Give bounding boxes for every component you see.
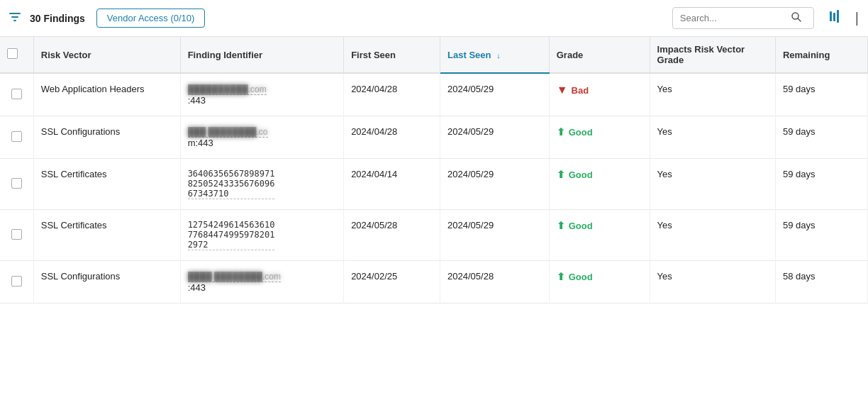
svg-rect-4 xyxy=(837,10,839,23)
select-all-checkbox[interactable] xyxy=(7,48,18,59)
row-checkbox-cell xyxy=(0,210,33,261)
header-checkbox-cell xyxy=(0,37,33,73)
row-remaining: 59 days xyxy=(775,210,867,261)
row-checkbox[interactable] xyxy=(11,178,22,189)
grade-label: Good xyxy=(569,221,593,231)
filter-icon[interactable] xyxy=(9,11,21,26)
header-grade[interactable]: Grade xyxy=(549,37,650,73)
row-checkbox[interactable] xyxy=(11,229,22,240)
grade-good: ⬆Good xyxy=(557,271,642,282)
toolbar: 30 Findings Vendor Access (0/10) | xyxy=(0,0,868,37)
good-grade-icon: ⬆ xyxy=(557,126,565,138)
row-first-seen: 2024/02/25 xyxy=(344,261,440,304)
row-first-seen: 2024/04/28 xyxy=(344,73,440,116)
finding-id-mono: 12754249614563610776844749959782012972 xyxy=(188,220,275,250)
header-impacts-risk-vector-grade[interactable]: Impacts Risk Vector Grade xyxy=(650,37,775,73)
row-grade: ⬆Good xyxy=(549,210,650,261)
search-icon[interactable] xyxy=(791,11,802,25)
row-remaining: 59 days xyxy=(775,73,867,116)
row-checkbox-cell xyxy=(0,261,33,304)
bad-grade-icon: ▼ xyxy=(557,84,568,96)
row-finding-identifier: 3640635656789897182505243335676096673437… xyxy=(180,159,344,210)
findings-table: Risk Vector Finding Identifier First See… xyxy=(0,37,868,304)
finding-id-mono: 3640635656789897182505243335676096673437… xyxy=(188,169,275,199)
header-risk-vector[interactable]: Risk Vector xyxy=(33,37,180,73)
row-grade: ▼Bad xyxy=(549,73,650,116)
row-grade: ⬆Good xyxy=(549,261,650,304)
sort-arrow-icon: ↓ xyxy=(496,51,501,60)
row-finding-identifier: 12754249614563610776844749959782012972 xyxy=(180,210,344,261)
row-impacts-risk-vector-grade: Yes xyxy=(650,73,775,116)
row-impacts-risk-vector-grade: Yes xyxy=(650,261,775,304)
row-impacts-risk-vector-grade: Yes xyxy=(650,210,775,261)
findings-count-label: 30 Findings xyxy=(30,13,85,24)
good-grade-icon: ⬆ xyxy=(557,220,565,231)
findings-table-container: Risk Vector Finding Identifier First See… xyxy=(0,37,868,304)
search-box xyxy=(672,7,814,29)
finding-id-suffix: :443 xyxy=(188,95,206,106)
row-checkbox[interactable] xyxy=(11,131,22,142)
vendor-access-button[interactable]: Vendor Access (0/10) xyxy=(96,9,206,28)
row-grade: ⬆Good xyxy=(549,116,650,159)
grade-good: ⬆Good xyxy=(557,169,642,180)
row-checkbox-cell xyxy=(0,116,33,159)
grade-good: ⬆Good xyxy=(557,220,642,231)
grade-label: Good xyxy=(569,127,593,138)
row-last-seen: 2024/05/28 xyxy=(440,261,550,304)
grade-good: ⬆Good xyxy=(557,126,642,138)
table-row: SSL Configurations████ ████████.com:4432… xyxy=(0,261,868,304)
row-checkbox-cell xyxy=(0,73,33,116)
header-last-seen[interactable]: Last Seen ↓ xyxy=(440,37,550,73)
svg-line-1 xyxy=(798,18,801,21)
row-remaining: 59 days xyxy=(775,116,867,159)
finding-id-suffix: :443 xyxy=(188,282,206,293)
row-risk-vector: SSL Configurations xyxy=(33,116,180,159)
table-row: SSL Certificates364063565678989718250524… xyxy=(0,159,868,210)
row-risk-vector: Web Application Headers xyxy=(33,73,180,116)
search-input[interactable] xyxy=(680,13,786,23)
grade-label: Bad xyxy=(572,85,589,96)
row-finding-identifier: ███ ████████.com:443 xyxy=(180,116,344,159)
row-finding-identifier: ██████████.com:443 xyxy=(180,73,344,116)
row-first-seen: 2024/05/28 xyxy=(344,210,440,261)
more-options-icon[interactable]: | xyxy=(855,10,859,26)
row-last-seen: 2024/05/29 xyxy=(440,73,550,116)
row-impacts-risk-vector-grade: Yes xyxy=(650,116,775,159)
good-grade-icon: ⬆ xyxy=(557,169,565,180)
row-impacts-risk-vector-grade: Yes xyxy=(650,159,775,210)
grade-label: Good xyxy=(569,272,593,282)
row-finding-identifier: ████ ████████.com:443 xyxy=(180,261,344,304)
svg-rect-2 xyxy=(830,11,832,21)
row-checkbox[interactable] xyxy=(11,276,22,287)
row-last-seen: 2024/05/29 xyxy=(440,116,550,159)
header-finding-identifier[interactable]: Finding Identifier xyxy=(180,37,344,73)
row-first-seen: 2024/04/28 xyxy=(344,116,440,159)
grid-view-icon[interactable] xyxy=(828,9,844,28)
finding-id-blurred: ██████████.com xyxy=(188,84,267,95)
row-remaining: 59 days xyxy=(775,159,867,210)
row-risk-vector: SSL Certificates xyxy=(33,159,180,210)
row-last-seen: 2024/05/29 xyxy=(440,210,550,261)
table-header-row: Risk Vector Finding Identifier First See… xyxy=(0,37,868,73)
row-checkbox[interactable] xyxy=(11,89,22,99)
table-row: SSL Configurations███ ████████.com:44320… xyxy=(0,116,868,159)
header-first-seen[interactable]: First Seen xyxy=(344,37,440,73)
finding-id-blurred: ████ ████████.com xyxy=(188,272,281,282)
finding-id-suffix: m:443 xyxy=(188,138,213,148)
row-checkbox-cell xyxy=(0,159,33,210)
good-grade-icon: ⬆ xyxy=(557,271,565,282)
finding-id-blurred: ███ ████████.co xyxy=(188,127,268,138)
row-first-seen: 2024/04/14 xyxy=(344,159,440,210)
row-risk-vector: SSL Configurations xyxy=(33,261,180,304)
table-row: SSL Certificates127542496145636107768447… xyxy=(0,210,868,261)
header-remaining[interactable]: Remaining xyxy=(775,37,867,73)
table-row: Web Application Headers██████████.com:44… xyxy=(0,73,868,116)
svg-rect-3 xyxy=(833,13,835,21)
row-grade: ⬆Good xyxy=(549,159,650,210)
grade-label: Good xyxy=(569,169,593,180)
row-last-seen: 2024/05/29 xyxy=(440,159,550,210)
row-risk-vector: SSL Certificates xyxy=(33,210,180,261)
grade-bad: ▼Bad xyxy=(557,84,642,96)
row-remaining: 58 days xyxy=(775,261,867,304)
